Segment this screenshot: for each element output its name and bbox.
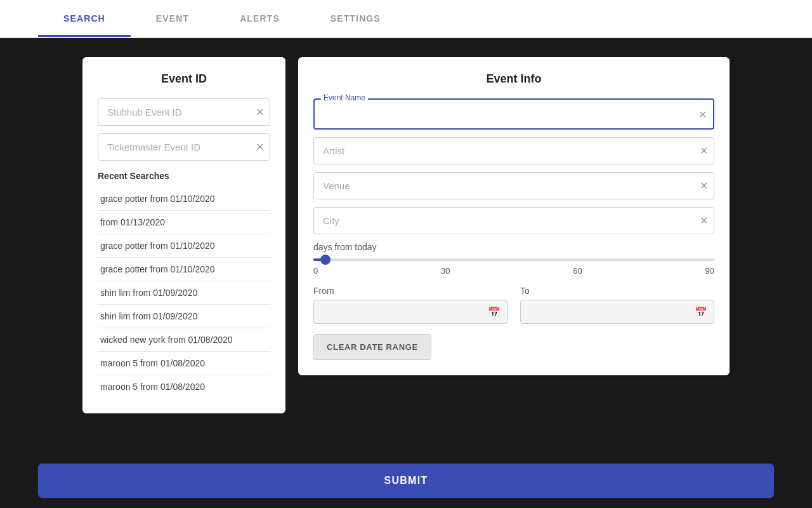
- slider-label-90: 90: [705, 266, 714, 276]
- nav-bar: SEARCH EVENT ALERTS SETTINGS: [0, 0, 812, 38]
- ticketmaster-event-id-input[interactable]: [98, 133, 270, 161]
- from-date-input-wrap: 📅: [313, 300, 508, 324]
- tab-event[interactable]: EVENT: [131, 2, 214, 37]
- clear-date-range-button[interactable]: CLEAR DATE RANGE: [313, 334, 431, 360]
- stubhub-clear-icon[interactable]: ✕: [256, 107, 264, 117]
- event-name-input[interactable]: [315, 100, 713, 128]
- list-item[interactable]: maroon 5 from 01/08/2020: [98, 375, 270, 398]
- venue-input[interactable]: [313, 172, 714, 199]
- slider-track[interactable]: [313, 258, 714, 261]
- tab-settings[interactable]: SETTINGS: [305, 2, 406, 37]
- slider-label-0: 0: [313, 266, 318, 276]
- from-date-input[interactable]: [322, 307, 484, 317]
- slider-labels: 0 30 60 90: [313, 266, 714, 276]
- list-item[interactable]: shin lim from 01/09/2020: [98, 305, 270, 328]
- list-item[interactable]: grace potter from 01/10/2020: [98, 187, 270, 211]
- event-name-clear-icon[interactable]: ✕: [698, 108, 707, 120]
- recent-searches-title: Recent Searches: [98, 171, 270, 181]
- venue-input-row: ✕: [313, 172, 714, 199]
- artist-input[interactable]: [313, 137, 714, 164]
- list-item[interactable]: wicked new york from 01/08/2020: [98, 328, 270, 352]
- slider-label-30: 30: [441, 266, 450, 276]
- tab-alerts[interactable]: ALERTS: [214, 2, 305, 37]
- days-slider-container: [313, 258, 714, 261]
- slider-label-60: 60: [573, 266, 582, 276]
- submit-bar: SUBMIT: [0, 453, 812, 508]
- city-clear-icon[interactable]: ✕: [700, 216, 708, 226]
- list-item[interactable]: grace potter from 01/10/2020: [98, 234, 270, 258]
- to-calendar-icon[interactable]: 📅: [695, 306, 707, 318]
- main-content: Event ID ✕ ✕ Recent Searches grace potte…: [0, 38, 812, 453]
- days-from-today-label: days from today: [313, 242, 714, 252]
- slider-thumb[interactable]: [320, 255, 331, 265]
- city-input[interactable]: [313, 207, 714, 234]
- event-info-card: Event Info Event Name ✕ ✕ ✕ ✕ days from …: [298, 57, 730, 375]
- submit-button[interactable]: SUBMIT: [38, 464, 774, 498]
- artist-input-row: ✕: [313, 137, 714, 164]
- list-item[interactable]: maroon 5 from 01/08/2020: [98, 352, 270, 375]
- event-name-label: Event Name: [321, 93, 368, 102]
- from-label: From: [313, 286, 508, 296]
- event-id-card: Event ID ✕ ✕ Recent Searches grace potte…: [82, 57, 285, 413]
- list-item[interactable]: from 01/13/2020: [98, 211, 270, 234]
- recent-searches-list: grace potter from 01/10/2020 from 01/13/…: [98, 187, 270, 398]
- list-item[interactable]: shin lim from 01/09/2020: [98, 281, 270, 305]
- from-calendar-icon[interactable]: 📅: [488, 306, 501, 318]
- event-name-field-wrapper: Event Name ✕: [313, 98, 714, 130]
- event-id-title: Event ID: [98, 72, 270, 86]
- from-date-group: From 📅: [313, 286, 508, 324]
- city-input-row: ✕: [313, 207, 714, 234]
- ticketmaster-input-row: ✕: [98, 133, 270, 161]
- tab-search[interactable]: SEARCH: [38, 2, 131, 37]
- list-item[interactable]: grace potter from 01/10/2020: [98, 258, 270, 281]
- date-row: From 📅 To 📅: [313, 286, 714, 324]
- stubhub-event-id-input[interactable]: [98, 98, 270, 126]
- venue-clear-icon[interactable]: ✕: [700, 181, 708, 191]
- event-info-title: Event Info: [313, 72, 714, 86]
- ticketmaster-clear-icon[interactable]: ✕: [256, 142, 264, 152]
- to-label: To: [520, 286, 714, 296]
- to-date-input[interactable]: [528, 307, 691, 317]
- to-date-input-wrap: 📅: [520, 300, 714, 324]
- to-date-group: To 📅: [520, 286, 714, 324]
- artist-clear-icon[interactable]: ✕: [700, 146, 708, 156]
- stubhub-input-row: ✕: [98, 98, 270, 126]
